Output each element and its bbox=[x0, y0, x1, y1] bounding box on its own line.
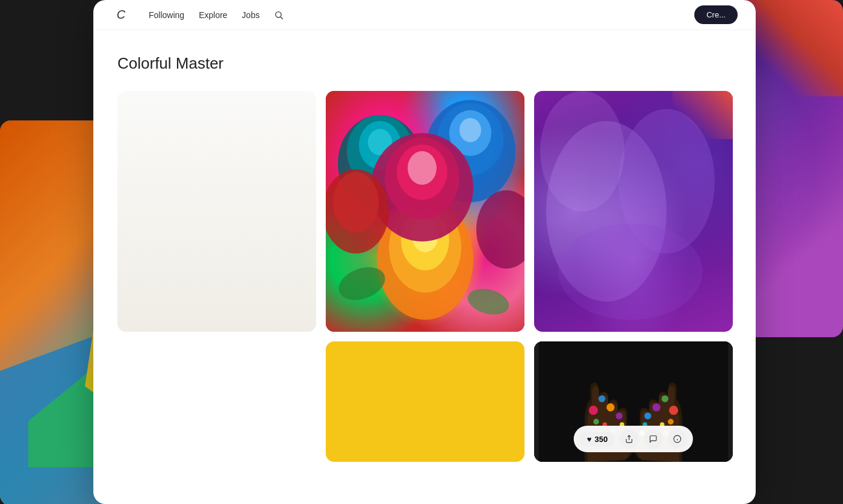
svg-point-32 bbox=[615, 412, 622, 419]
gallery-card-hands[interactable]: ♥ 350 bbox=[534, 341, 733, 462]
svg-point-31 bbox=[593, 419, 599, 425]
action-bar: ♥ 350 bbox=[574, 426, 693, 452]
svg-point-26 bbox=[540, 91, 624, 211]
cream-background bbox=[117, 91, 316, 332]
main-card: C Following Explore Jobs Cre... Colorful… bbox=[93, 0, 756, 504]
page-title: Colorful Master bbox=[117, 54, 732, 73]
svg-point-19 bbox=[465, 285, 512, 319]
svg-point-21 bbox=[333, 172, 379, 232]
svg-point-42 bbox=[644, 412, 651, 419]
like-button[interactable]: ♥ 350 bbox=[580, 432, 615, 447]
comment-button[interactable] bbox=[644, 429, 663, 449]
share-button[interactable] bbox=[620, 429, 639, 449]
svg-point-41 bbox=[668, 419, 674, 425]
nav-jobs[interactable]: Jobs bbox=[242, 10, 260, 20]
share-icon bbox=[625, 435, 633, 443]
comment-icon bbox=[649, 435, 658, 443]
svg-point-0 bbox=[276, 11, 281, 17]
svg-line-1 bbox=[281, 17, 283, 19]
svg-point-30 bbox=[606, 403, 614, 411]
nav-following[interactable]: Following bbox=[149, 10, 184, 20]
gallery-card-yellow[interactable] bbox=[326, 341, 524, 462]
content-area: Colorful Master bbox=[93, 30, 756, 480]
nav-explore[interactable]: Explore bbox=[199, 10, 227, 20]
svg-point-38 bbox=[669, 406, 678, 415]
svg-point-22 bbox=[476, 190, 524, 269]
logo-icon: C bbox=[111, 5, 131, 25]
gallery-card-cream[interactable] bbox=[117, 91, 316, 332]
svg-point-40 bbox=[652, 403, 660, 411]
svg-point-29 bbox=[599, 396, 605, 402]
gallery-grid: ♥ 350 bbox=[117, 91, 732, 462]
roses-svg bbox=[326, 91, 524, 332]
nav-links: Following Explore Jobs bbox=[149, 10, 676, 20]
svg-point-9 bbox=[459, 118, 481, 142]
svg-point-25 bbox=[558, 223, 703, 320]
search-icon[interactable] bbox=[274, 10, 284, 20]
like-count: 350 bbox=[595, 435, 608, 444]
info-icon bbox=[673, 435, 682, 443]
heart-icon: ♥ bbox=[587, 435, 592, 444]
roses-visual bbox=[326, 91, 524, 332]
svg-point-17 bbox=[408, 151, 437, 185]
navbar: C Following Explore Jobs Cre... bbox=[93, 0, 756, 30]
info-button[interactable] bbox=[668, 429, 687, 449]
gallery-card-purple-smoke[interactable] bbox=[534, 91, 733, 332]
gallery-card-roses[interactable] bbox=[326, 91, 524, 332]
smoke-svg bbox=[534, 91, 733, 332]
svg-point-39 bbox=[662, 396, 668, 402]
nav-right: Cre... bbox=[694, 5, 738, 24]
create-button[interactable]: Cre... bbox=[694, 5, 738, 24]
svg-point-28 bbox=[589, 406, 598, 415]
